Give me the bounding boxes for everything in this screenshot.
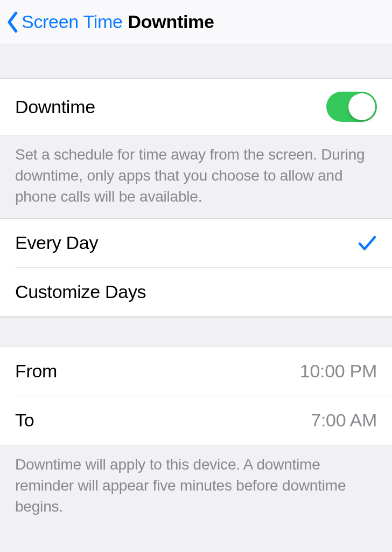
every-day-row[interactable]: Every Day (0, 219, 392, 267)
from-time-row[interactable]: From 10:00 PM (0, 347, 392, 396)
customize-days-label: Customize Days (15, 281, 146, 302)
section-spacer (0, 44, 392, 79)
checkmark-icon (358, 234, 377, 252)
downtime-apply-description: Downtime will apply to this device. A do… (0, 445, 392, 528)
every-day-label: Every Day (15, 232, 98, 253)
toggle-knob (348, 93, 375, 120)
downtime-toggle-row: Downtime (0, 79, 392, 135)
back-chevron-icon[interactable] (5, 11, 20, 33)
from-value: 10:00 PM (300, 361, 377, 382)
downtime-toggle-label: Downtime (15, 96, 95, 118)
section-spacer (0, 317, 392, 347)
to-label: To (15, 410, 34, 431)
downtime-toggle[interactable] (326, 92, 377, 122)
downtime-description: Set a schedule for time away from the sc… (0, 135, 392, 218)
from-label: From (15, 361, 57, 382)
back-button-label[interactable]: Screen Time (22, 11, 123, 32)
customize-days-row[interactable]: Customize Days (0, 268, 392, 316)
nav-bar: Screen Time Downtime (0, 0, 392, 44)
to-value: 7:00 AM (311, 410, 377, 431)
to-time-row[interactable]: To 7:00 AM (0, 396, 392, 445)
page-title: Downtime (128, 11, 214, 32)
